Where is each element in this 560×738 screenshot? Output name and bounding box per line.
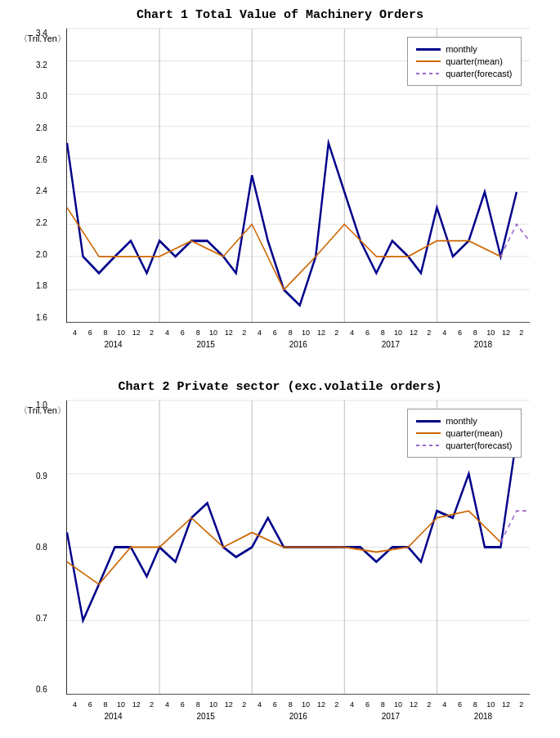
legend-quarter-forecast: quarter(forecast) <box>416 69 512 78</box>
legend2-quarter-mean: quarter(mean) <box>416 428 512 438</box>
legend-quarter-forecast-label: quarter(forecast) <box>446 69 512 78</box>
legend2-monthly-label: monthly <box>446 416 477 426</box>
legend-quarter-mean-label: quarter(mean) <box>446 56 503 66</box>
chart2-container: Chart 2 Private sector (exc.volatile ord… <box>15 380 546 695</box>
legend2-monthly-line <box>416 420 441 423</box>
legend-quarter-mean-line <box>416 60 441 62</box>
legend2-quarter-mean-label: quarter(mean) <box>446 428 503 438</box>
legend-quarter-forecast-line <box>416 73 441 74</box>
legend2-quarter-forecast-line <box>416 445 441 446</box>
legend-quarter-mean: quarter(mean) <box>416 56 512 66</box>
legend2-quarter-forecast: quarter(forecast) <box>416 441 512 450</box>
chart1-container: Chart 1 Total Value of Machinery Orders … <box>15 8 546 323</box>
chart2-legend: monthly quarter(mean) quarter(forecast) <box>407 409 521 458</box>
chart1-x-month-labels: 4 6 8 10 12 2 4 6 8 10 12 2 4 6 8 10 12 … <box>67 329 530 337</box>
chart2-area: monthly quarter(mean) quarter(forecast) <box>66 400 530 695</box>
legend2-quarter-forecast-label: quarter(forecast) <box>446 441 512 450</box>
chart1-legend: monthly quarter(mean) quarter(forecast) <box>407 37 521 86</box>
chart1-y-ticks: 3.4 3.2 3.0 2.8 2.6 2.4 2.2 2.0 1.8 1.6 <box>36 29 47 322</box>
chart2-title: Chart 2 Private sector (exc.volatile ord… <box>15 380 546 394</box>
legend-monthly: monthly <box>416 44 512 54</box>
chart1-x-year-labels: 2014 2015 2016 2017 2018 <box>67 340 530 349</box>
chart2-x-year-labels: 2014 2015 2016 2017 2018 <box>67 712 530 721</box>
chart2-y-ticks: 1.0 0.9 0.8 0.7 0.6 <box>36 400 47 694</box>
chart2-x-month-labels: 4 6 8 10 12 2 4 6 8 10 12 2 4 6 8 10 12 … <box>67 700 530 709</box>
chart1-title: Chart 1 Total Value of Machinery Orders <box>15 8 546 22</box>
legend2-monthly: monthly <box>416 416 512 426</box>
chart1-area: monthly quarter(mean) quarter(forecast) <box>66 29 530 323</box>
legend2-quarter-mean-line <box>416 432 441 434</box>
legend-monthly-label: monthly <box>446 44 477 54</box>
legend-monthly-line <box>416 48 441 51</box>
